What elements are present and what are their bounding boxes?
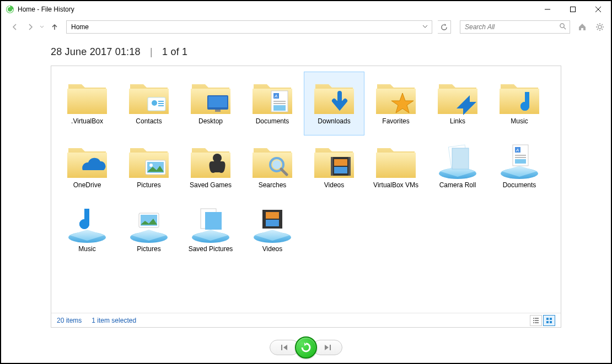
item-label: Downloads bbox=[318, 117, 350, 125]
svg-point-22 bbox=[213, 154, 222, 162]
svg-rect-16 bbox=[273, 103, 286, 104]
item-label: Pictures bbox=[137, 245, 160, 253]
address-dropdown-icon[interactable] bbox=[421, 23, 430, 31]
svg-rect-60 bbox=[546, 321, 549, 323]
svg-rect-28 bbox=[334, 159, 347, 166]
item-label: VirtualBox VMs bbox=[373, 181, 418, 189]
item-searches[interactable]: Searches bbox=[242, 135, 303, 199]
item-saved-pictures[interactable]: Saved Pictures bbox=[180, 199, 241, 263]
item-videos[interactable]: Videos bbox=[242, 199, 303, 263]
search-box[interactable] bbox=[460, 20, 570, 34]
item-label: Saved Games bbox=[190, 181, 232, 189]
svg-rect-58 bbox=[546, 318, 549, 320]
version-date: 28 June 2017 01:18 bbox=[51, 46, 141, 57]
item-label: Favorites bbox=[382, 117, 409, 125]
svg-point-3 bbox=[598, 25, 602, 29]
item-music[interactable]: Music bbox=[57, 199, 117, 263]
svg-rect-10 bbox=[208, 96, 227, 107]
playback-controls bbox=[1, 332, 611, 363]
folder-search-icon bbox=[250, 138, 294, 180]
svg-rect-6 bbox=[158, 101, 164, 102]
svg-rect-55 bbox=[535, 318, 539, 319]
svg-text:A: A bbox=[516, 148, 519, 153]
item-pictures[interactable]: Pictures bbox=[119, 199, 179, 263]
item-pictures[interactable]: Pictures bbox=[119, 135, 179, 199]
search-input[interactable] bbox=[464, 23, 559, 31]
svg-rect-57 bbox=[535, 322, 539, 323]
item--virtualbox[interactable]: .VirtualBox bbox=[57, 72, 117, 135]
item-label: Searches bbox=[259, 181, 287, 189]
item-contacts[interactable]: Contacts bbox=[119, 72, 179, 135]
folder-documents-icon: A bbox=[250, 74, 294, 116]
search-icon bbox=[559, 23, 566, 31]
minimize-button[interactable] bbox=[535, 1, 560, 18]
svg-point-5 bbox=[152, 100, 157, 106]
svg-rect-39 bbox=[515, 159, 526, 164]
settings-button[interactable] bbox=[594, 21, 605, 32]
item-favorites[interactable]: Favorites bbox=[366, 72, 426, 135]
item-documents[interactable]: ADocuments bbox=[242, 72, 303, 135]
status-selected: 1 item selected bbox=[92, 317, 136, 324]
folder-downloads-icon bbox=[312, 74, 356, 116]
svg-rect-1 bbox=[571, 7, 576, 12]
folder-onedrive-icon bbox=[65, 138, 109, 180]
item-label: Videos bbox=[324, 181, 344, 189]
folder-icon bbox=[374, 138, 418, 180]
item-desktop[interactable]: Desktop bbox=[180, 72, 241, 135]
svg-rect-38 bbox=[515, 157, 526, 158]
svg-point-24 bbox=[272, 160, 281, 169]
file-history-window: Home - File History Home bbox=[1, 1, 611, 363]
nav-back-button[interactable] bbox=[9, 21, 21, 33]
svg-rect-8 bbox=[158, 105, 164, 106]
folder-games-icon bbox=[189, 138, 233, 180]
svg-text:A: A bbox=[274, 94, 277, 99]
svg-rect-56 bbox=[535, 320, 539, 321]
folder-links-icon bbox=[436, 74, 480, 116]
view-icons-button[interactable] bbox=[543, 315, 555, 326]
version-header: 28 June 2017 01:18 | 1 of 1 bbox=[51, 46, 561, 58]
refresh-button[interactable] bbox=[438, 20, 451, 34]
folder-pictures-icon bbox=[127, 138, 171, 180]
lib-documents-icon: A bbox=[497, 138, 541, 180]
item-music[interactable]: Music bbox=[489, 72, 550, 135]
item-onedrive[interactable]: OneDrive bbox=[57, 135, 117, 199]
svg-rect-27 bbox=[348, 157, 351, 176]
folder-contact-icon bbox=[127, 74, 171, 116]
view-details-button[interactable] bbox=[530, 315, 542, 326]
item-label: .VirtualBox bbox=[71, 117, 103, 125]
maximize-button[interactable] bbox=[560, 1, 586, 18]
nav-forward-button[interactable] bbox=[24, 21, 36, 33]
svg-rect-59 bbox=[550, 318, 552, 320]
folder-icon bbox=[65, 74, 109, 116]
titlebar: Home - File History bbox=[1, 1, 611, 18]
address-bar[interactable]: Home bbox=[66, 20, 432, 34]
item-documents[interactable]: ADocuments bbox=[489, 135, 550, 199]
item-videos[interactable]: Videos bbox=[304, 135, 364, 199]
item-label: Music bbox=[78, 245, 95, 253]
items-pane: .VirtualBoxContactsDesktopADocumentsDown… bbox=[51, 66, 561, 328]
close-button[interactable] bbox=[586, 1, 611, 18]
home-button[interactable] bbox=[577, 21, 588, 32]
item-label: Documents bbox=[256, 117, 289, 125]
status-bar: 20 items 1 item selected bbox=[51, 313, 561, 327]
svg-point-41 bbox=[79, 219, 89, 229]
version-position: 1 of 1 bbox=[162, 46, 187, 57]
restore-button[interactable] bbox=[295, 336, 317, 358]
nav-history-dropdown[interactable] bbox=[40, 23, 45, 31]
item-saved-games[interactable]: Saved Games bbox=[180, 135, 241, 199]
next-version-button[interactable] bbox=[313, 340, 342, 355]
svg-point-18 bbox=[520, 102, 529, 111]
nav-up-button[interactable] bbox=[49, 21, 61, 33]
item-downloads[interactable]: Downloads bbox=[304, 72, 364, 135]
item-links[interactable]: Links bbox=[427, 72, 488, 135]
item-camera-roll[interactable]: Camera Roll bbox=[427, 135, 488, 199]
item-label: Contacts bbox=[136, 117, 162, 125]
svg-rect-15 bbox=[273, 101, 286, 102]
svg-rect-52 bbox=[533, 318, 534, 319]
item-virtualbox-vms[interactable]: VirtualBox VMs bbox=[366, 135, 426, 199]
svg-rect-51 bbox=[266, 220, 279, 226]
lib-videos-icon bbox=[250, 202, 294, 244]
item-label: Videos bbox=[262, 245, 282, 253]
item-label: Saved Pictures bbox=[189, 245, 233, 253]
lib-music-icon bbox=[65, 202, 109, 244]
